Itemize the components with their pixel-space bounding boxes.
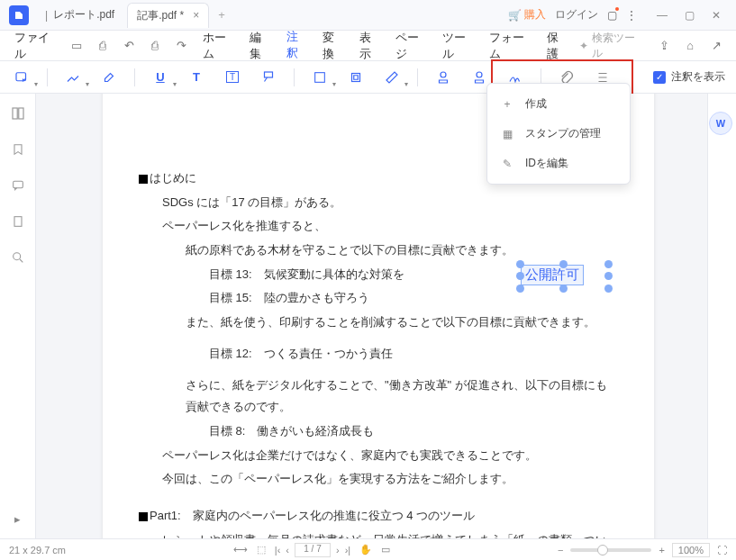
app-logo	[9, 5, 29, 25]
menu-home[interactable]: ホーム	[199, 26, 237, 66]
save-icon[interactable]: ⎙	[94, 36, 111, 56]
buy-link[interactable]: 🛒 購入	[508, 7, 546, 23]
text-tool[interactable]: T	[186, 67, 207, 88]
bookmark-icon[interactable]	[9, 140, 27, 158]
menu-page[interactable]: ページ	[392, 26, 430, 66]
read-mode-icon[interactable]: ▭	[381, 544, 390, 555]
export-icon[interactable]: ↗	[708, 36, 725, 56]
zoom-out-icon[interactable]: −	[558, 545, 563, 555]
textbox-tool[interactable]: T	[222, 67, 243, 88]
left-sidebar: ▸	[0, 94, 36, 538]
close-icon[interactable]: ×	[193, 9, 199, 22]
login-link[interactable]: ログイン	[555, 7, 598, 23]
menu-edit[interactable]: 編集	[246, 26, 274, 66]
thumbnail-icon[interactable]	[9, 104, 27, 122]
shape-tool[interactable]: ▾	[309, 67, 331, 88]
expand-icon[interactable]: ▸	[9, 510, 27, 528]
stamp-tool[interactable]	[432, 67, 454, 88]
dropdown-edit-id[interactable]: ✎ IDを編集	[487, 149, 630, 178]
svg-rect-2	[315, 72, 325, 82]
prev-page-icon[interactable]: ‹	[286, 545, 289, 555]
notification-icon[interactable]: ▢	[607, 9, 617, 22]
svg-rect-7	[18, 108, 23, 119]
area-tool[interactable]	[345, 67, 367, 88]
attachment-icon[interactable]	[9, 212, 27, 230]
search-tools[interactable]: ✦ 検索ツール	[579, 31, 637, 61]
menu-file[interactable]: ファイル	[11, 26, 59, 66]
menu-protect[interactable]: 保護	[543, 26, 571, 66]
menu-view[interactable]: 表示	[356, 26, 384, 66]
stamp-selection[interactable]: 公開許可	[521, 265, 629, 288]
handle-nw[interactable]	[516, 260, 524, 268]
divider-icon: |	[45, 9, 48, 22]
page-size: 21 x 29.7 cm	[9, 545, 66, 555]
minimize-button[interactable]: —	[651, 5, 673, 26]
comment-icon[interactable]	[9, 176, 27, 194]
svg-point-5	[477, 72, 482, 77]
last-page-icon[interactable]: ›|	[345, 545, 351, 555]
handle-n[interactable]	[559, 260, 568, 268]
svg-rect-9	[14, 217, 22, 227]
fit-width-icon[interactable]: ⟷	[233, 544, 248, 555]
callout-tool[interactable]	[258, 67, 279, 88]
handle-e[interactable]	[604, 272, 613, 280]
grid-icon: ▦	[500, 128, 514, 140]
cursor-mode-icon[interactable]: ⬚	[257, 544, 266, 555]
zoom-value[interactable]: 100%	[672, 543, 710, 557]
zoom-in-icon[interactable]: +	[659, 545, 664, 555]
sidebar-search-icon[interactable]	[9, 248, 27, 266]
svg-rect-6	[13, 108, 17, 119]
handle-se[interactable]	[604, 285, 613, 293]
zoom-knob[interactable]	[597, 545, 608, 555]
menu-convert[interactable]: 変換	[319, 26, 347, 66]
menu-tool[interactable]: ツール	[439, 26, 477, 66]
redo-icon[interactable]: ↷	[173, 36, 190, 56]
cloud-icon[interactable]: ⌂	[682, 36, 699, 56]
svg-rect-8	[13, 181, 23, 187]
tab-add-icon[interactable]: +	[218, 8, 225, 22]
page-input[interactable]: 1 / 7	[295, 543, 331, 557]
handle-sw[interactable]	[516, 285, 524, 293]
open-icon[interactable]: ▭	[68, 36, 85, 56]
zoom-slider[interactable]	[570, 548, 651, 552]
undo-icon[interactable]: ↶	[121, 36, 138, 56]
highlight-tool[interactable]: ▾	[62, 67, 84, 88]
fullscreen-icon[interactable]: ⛶	[717, 545, 727, 555]
menu-annotate[interactable]: 注釈	[283, 25, 311, 67]
dropdown-create[interactable]: + 作成	[487, 89, 630, 119]
svg-point-4	[441, 72, 446, 77]
edit-icon: ✎	[500, 158, 514, 170]
maximize-button[interactable]: ▢	[678, 5, 700, 26]
print-icon[interactable]: ⎙	[147, 36, 164, 56]
next-page-icon[interactable]: ›	[336, 545, 340, 555]
handle-s[interactable]	[559, 285, 568, 293]
handle-ne[interactable]	[604, 260, 613, 268]
cart-icon: 🛒	[508, 9, 522, 22]
tab-report[interactable]: | レポート.pdf	[36, 3, 123, 28]
right-sidebar: W	[707, 94, 736, 538]
share-icon[interactable]: ⇪	[656, 36, 673, 56]
underline-tool[interactable]: U▾	[150, 67, 171, 88]
close-button[interactable]: ✕	[705, 5, 727, 26]
show-annotations-toggle[interactable]: ✓ 注釈を表示	[653, 69, 725, 85]
stamp-text: 公開許可	[521, 265, 584, 285]
hand-tool-icon[interactable]: ✋	[359, 544, 372, 555]
plus-icon: +	[500, 98, 514, 111]
eraser-tool[interactable]	[98, 67, 120, 88]
menu-form[interactable]: フォーム	[486, 26, 533, 66]
handle-w[interactable]	[516, 272, 524, 280]
dropdown-manage[interactable]: ▦ スタンプの管理	[487, 119, 630, 149]
tab-label: レポート.pdf	[53, 7, 114, 23]
word-export-icon[interactable]: W	[709, 112, 732, 135]
more-icon[interactable]: ⋮	[626, 9, 637, 22]
tab-article[interactable]: 記事.pdf * ×	[127, 3, 209, 28]
status-bar: 21 x 29.7 cm ⟷ ⬚ |‹ ‹ 1 / 7 › ›| ✋ ▭ − +…	[0, 538, 736, 560]
zoom-controls: − + 100% ⛶	[558, 543, 727, 557]
menubar: ファイル ▭ ⎙ ↶ ⎙ ↷ ホーム 編集 注釈 変換 表示 ページ ツール フ…	[0, 31, 736, 61]
note-tool[interactable]: ▾	[11, 67, 32, 88]
stamp-dropdown: + 作成 ▦ スタンプの管理 ✎ IDを編集	[486, 83, 631, 185]
measure-tool[interactable]: ▾	[381, 67, 403, 88]
tab-label: 記事.pdf *	[137, 8, 184, 23]
page-nav: |‹ ‹ 1 / 7 › ›|	[275, 543, 350, 557]
first-page-icon[interactable]: |‹	[275, 545, 281, 555]
